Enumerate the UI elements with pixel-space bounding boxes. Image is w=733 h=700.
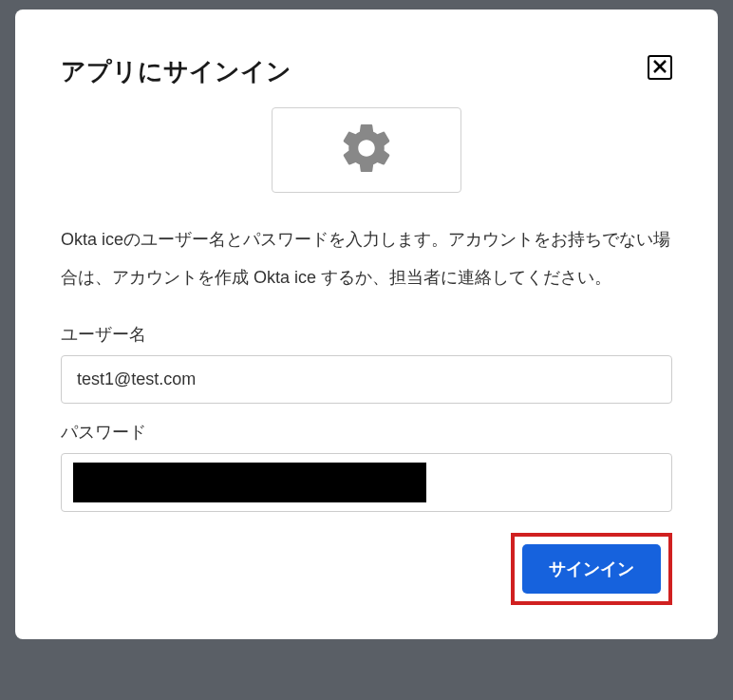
app-icon-container [61,107,672,193]
app-icon-box [272,107,461,193]
password-input[interactable] [61,453,672,512]
password-group: パスワード [61,421,672,512]
signin-button[interactable]: サインイン [522,544,661,594]
username-group: ユーザー名 [61,323,672,404]
close-button[interactable] [648,55,672,80]
description-text: Okta iceのユーザー名とパスワードを入力します。アカウントをお持ちでない場… [61,221,672,296]
password-mask [73,463,426,502]
modal-header: アプリにサインイン [61,55,672,88]
signin-modal: アプリにサインイン Okta iceのユーザー名とパスワードを入力します。アカウ… [15,9,718,639]
modal-title: アプリにサインイン [61,55,291,88]
highlight-box: サインイン [511,533,672,605]
svg-point-2 [362,143,371,153]
gear-icon [338,120,395,180]
username-input[interactable] [61,355,672,404]
password-label: パスワード [61,421,672,444]
close-icon [652,59,667,77]
username-label: ユーザー名 [61,323,672,346]
button-row: サインイン [61,533,672,605]
